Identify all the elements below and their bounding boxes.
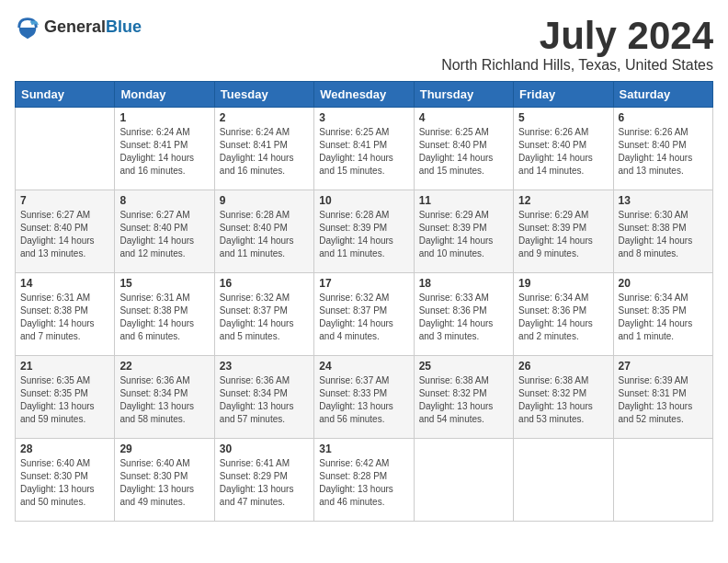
day-number: 21 — [20, 360, 109, 373]
day-header-sunday: Sunday — [16, 82, 115, 108]
calendar-day-23: 23Sunrise: 6:36 AMSunset: 8:34 PMDayligh… — [214, 356, 313, 439]
calendar-day-20: 20Sunrise: 6:34 AMSunset: 8:35 PMDayligh… — [613, 273, 712, 356]
calendar-day-8: 8Sunrise: 6:27 AMSunset: 8:40 PMDaylight… — [115, 190, 214, 273]
day-number: 29 — [119, 442, 209, 455]
day-info: Sunrise: 6:41 AMSunset: 8:29 PMDaylight:… — [220, 457, 309, 509]
day-header-tuesday: Tuesday — [214, 82, 313, 108]
calendar-empty-cell — [613, 439, 712, 522]
calendar-day-6: 6Sunrise: 6:26 AMSunset: 8:40 PMDaylight… — [613, 108, 712, 190]
calendar-week-row: 1Sunrise: 6:24 AMSunset: 8:41 PMDaylight… — [16, 108, 713, 190]
day-info: Sunrise: 6:27 AMSunset: 8:40 PMDaylight:… — [20, 209, 109, 260]
calendar-day-28: 28Sunrise: 6:40 AMSunset: 8:30 PMDayligh… — [16, 439, 115, 522]
day-info: Sunrise: 6:36 AMSunset: 8:34 PMDaylight:… — [119, 374, 209, 426]
calendar-day-3: 3Sunrise: 6:25 AMSunset: 8:41 PMDaylight… — [314, 108, 414, 190]
day-number: 6 — [619, 111, 708, 124]
day-info: Sunrise: 6:26 AMSunset: 8:40 PMDaylight:… — [518, 126, 608, 178]
calendar-day-30: 30Sunrise: 6:41 AMSunset: 8:29 PMDayligh… — [214, 439, 313, 522]
day-info: Sunrise: 6:39 AMSunset: 8:31 PMDaylight:… — [619, 374, 708, 426]
day-info: Sunrise: 6:38 AMSunset: 8:32 PMDaylight:… — [518, 374, 608, 426]
calendar-day-2: 2Sunrise: 6:24 AMSunset: 8:41 PMDaylight… — [214, 108, 313, 190]
day-info: Sunrise: 6:29 AMSunset: 8:39 PMDaylight:… — [419, 209, 508, 260]
day-number: 4 — [419, 111, 508, 124]
calendar-week-row: 21Sunrise: 6:35 AMSunset: 8:35 PMDayligh… — [16, 356, 713, 439]
day-info: Sunrise: 6:25 AMSunset: 8:41 PMDaylight:… — [319, 126, 408, 178]
day-info: Sunrise: 6:31 AMSunset: 8:38 PMDaylight:… — [119, 292, 209, 343]
day-info: Sunrise: 6:25 AMSunset: 8:40 PMDaylight:… — [419, 126, 508, 178]
day-number: 15 — [119, 277, 209, 290]
calendar-empty-cell — [16, 108, 115, 190]
day-header-thursday: Thursday — [414, 82, 513, 108]
day-info: Sunrise: 6:24 AMSunset: 8:41 PMDaylight:… — [220, 126, 309, 178]
day-info: Sunrise: 6:29 AMSunset: 8:39 PMDaylight:… — [518, 209, 608, 260]
calendar-day-9: 9Sunrise: 6:28 AMSunset: 8:40 PMDaylight… — [214, 190, 313, 273]
calendar-day-5: 5Sunrise: 6:26 AMSunset: 8:40 PMDaylight… — [514, 108, 613, 190]
calendar-day-26: 26Sunrise: 6:38 AMSunset: 8:32 PMDayligh… — [514, 356, 613, 439]
day-number: 3 — [319, 111, 408, 124]
day-info: Sunrise: 6:32 AMSunset: 8:37 PMDaylight:… — [319, 292, 408, 343]
day-number: 26 — [518, 360, 608, 373]
day-info: Sunrise: 6:37 AMSunset: 8:33 PMDaylight:… — [319, 374, 408, 426]
day-number: 5 — [518, 111, 608, 124]
day-number: 7 — [20, 194, 109, 207]
day-number: 23 — [220, 360, 309, 373]
day-header-monday: Monday — [115, 82, 214, 108]
day-number: 30 — [220, 442, 309, 455]
calendar-week-row: 28Sunrise: 6:40 AMSunset: 8:30 PMDayligh… — [16, 439, 713, 522]
day-info: Sunrise: 6:30 AMSunset: 8:38 PMDaylight:… — [619, 209, 708, 260]
calendar-day-21: 21Sunrise: 6:35 AMSunset: 8:35 PMDayligh… — [16, 356, 115, 439]
day-number: 27 — [619, 360, 708, 373]
day-info: Sunrise: 6:34 AMSunset: 8:36 PMDaylight:… — [518, 292, 608, 343]
calendar-empty-cell — [514, 439, 613, 522]
calendar-day-16: 16Sunrise: 6:32 AMSunset: 8:37 PMDayligh… — [214, 273, 313, 356]
day-info: Sunrise: 6:28 AMSunset: 8:39 PMDaylight:… — [319, 209, 408, 260]
calendar-week-row: 14Sunrise: 6:31 AMSunset: 8:38 PMDayligh… — [16, 273, 713, 356]
day-info: Sunrise: 6:36 AMSunset: 8:34 PMDaylight:… — [220, 374, 309, 426]
calendar-day-11: 11Sunrise: 6:29 AMSunset: 8:39 PMDayligh… — [414, 190, 513, 273]
day-info: Sunrise: 6:28 AMSunset: 8:40 PMDaylight:… — [220, 209, 309, 260]
calendar-empty-cell — [414, 439, 513, 522]
calendar-day-31: 31Sunrise: 6:42 AMSunset: 8:28 PMDayligh… — [314, 439, 414, 522]
day-info: Sunrise: 6:34 AMSunset: 8:35 PMDaylight:… — [619, 292, 708, 343]
day-header-wednesday: Wednesday — [314, 82, 414, 108]
day-info: Sunrise: 6:42 AMSunset: 8:28 PMDaylight:… — [319, 457, 408, 509]
month-title: July 2024 — [441, 15, 713, 57]
day-info: Sunrise: 6:33 AMSunset: 8:36 PMDaylight:… — [419, 292, 508, 343]
calendar-table: SundayMondayTuesdayWednesdayThursdayFrid… — [15, 81, 713, 522]
calendar-day-29: 29Sunrise: 6:40 AMSunset: 8:30 PMDayligh… — [115, 439, 214, 522]
logo-text: General Blue — [44, 18, 142, 37]
day-number: 25 — [419, 360, 508, 373]
day-info: Sunrise: 6:40 AMSunset: 8:30 PMDaylight:… — [20, 457, 109, 509]
calendar-day-19: 19Sunrise: 6:34 AMSunset: 8:36 PMDayligh… — [514, 273, 613, 356]
day-info: Sunrise: 6:26 AMSunset: 8:40 PMDaylight:… — [619, 126, 708, 178]
calendar-day-13: 13Sunrise: 6:30 AMSunset: 8:38 PMDayligh… — [613, 190, 712, 273]
day-info: Sunrise: 6:27 AMSunset: 8:40 PMDaylight:… — [119, 209, 209, 260]
day-number: 13 — [619, 194, 708, 207]
day-info: Sunrise: 6:35 AMSunset: 8:35 PMDaylight:… — [20, 374, 109, 426]
day-number: 22 — [119, 360, 209, 373]
day-number: 20 — [619, 277, 708, 290]
day-info: Sunrise: 6:38 AMSunset: 8:32 PMDaylight:… — [419, 374, 508, 426]
calendar-day-1: 1Sunrise: 6:24 AMSunset: 8:41 PMDaylight… — [115, 108, 214, 190]
calendar-week-row: 7Sunrise: 6:27 AMSunset: 8:40 PMDaylight… — [16, 190, 713, 273]
day-info: Sunrise: 6:31 AMSunset: 8:38 PMDaylight:… — [20, 292, 109, 343]
day-number: 18 — [419, 277, 508, 290]
calendar-day-15: 15Sunrise: 6:31 AMSunset: 8:38 PMDayligh… — [115, 273, 214, 356]
day-number: 19 — [518, 277, 608, 290]
location-title: North Richland Hills, Texas, United Stat… — [441, 57, 713, 74]
day-number: 28 — [20, 442, 109, 455]
header: General Blue July 2024 North Richland Hi… — [15, 15, 713, 74]
day-number: 31 — [319, 442, 408, 455]
calendar-day-4: 4Sunrise: 6:25 AMSunset: 8:40 PMDaylight… — [414, 108, 513, 190]
day-info: Sunrise: 6:24 AMSunset: 8:41 PMDaylight:… — [119, 126, 209, 178]
calendar-day-14: 14Sunrise: 6:31 AMSunset: 8:38 PMDayligh… — [16, 273, 115, 356]
calendar-day-25: 25Sunrise: 6:38 AMSunset: 8:32 PMDayligh… — [414, 356, 513, 439]
day-number: 11 — [419, 194, 508, 207]
calendar-day-17: 17Sunrise: 6:32 AMSunset: 8:37 PMDayligh… — [314, 273, 414, 356]
day-number: 16 — [220, 277, 309, 290]
day-header-saturday: Saturday — [613, 82, 712, 108]
day-number: 12 — [518, 194, 608, 207]
day-number: 1 — [119, 111, 209, 124]
calendar-day-10: 10Sunrise: 6:28 AMSunset: 8:39 PMDayligh… — [314, 190, 414, 273]
day-number: 10 — [319, 194, 408, 207]
title-area: July 2024 North Richland Hills, Texas, U… — [441, 15, 713, 74]
